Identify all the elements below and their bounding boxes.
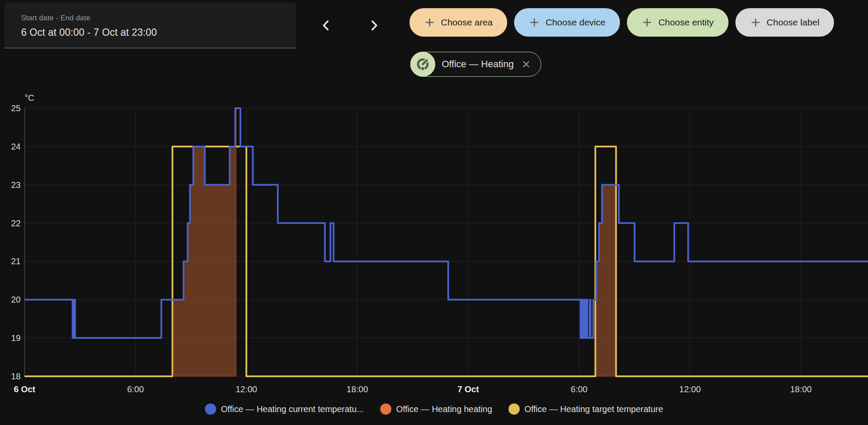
x-tick-label: 6 Oct (14, 384, 35, 394)
choose-device-label: Choose device (546, 17, 605, 28)
choose-label-button[interactable]: Choose label (735, 8, 834, 37)
plus-icon (424, 17, 435, 28)
date-range-field[interactable]: Start date - End date 6 Oct at 00:00 - 7… (4, 3, 296, 48)
choose-entity-label: Choose entity (658, 17, 713, 28)
choose-entity-button[interactable]: Choose entity (627, 8, 728, 37)
heating-on-area (597, 185, 615, 376)
x-tick-label: 6:00 (571, 384, 588, 394)
y-tick-label: 24 (11, 142, 21, 151)
legend-dot-target (508, 403, 520, 415)
plus-icon (642, 17, 653, 28)
entity-chip-label: Office — Heating (442, 59, 514, 70)
y-axis-unit: °C (25, 93, 34, 103)
x-tick-label: 18:00 (790, 384, 812, 394)
date-range-value: 6 Oct at 00:00 - 7 Oct at 23:00 (21, 27, 157, 38)
choose-area-button[interactable]: Choose area (409, 8, 507, 37)
plus-icon (750, 17, 761, 28)
legend-dot-heating (380, 403, 391, 415)
legend-item-target-temperature[interactable]: Office — Heating target temperature (508, 403, 663, 415)
x-tick-label: 12:00 (679, 384, 701, 394)
chevron-right-icon (367, 19, 381, 34)
filter-row: Choose area Choose device Choose entity … (409, 8, 834, 37)
legend-item-heating[interactable]: Office — Heating heating (380, 403, 492, 415)
next-period-button[interactable] (366, 17, 383, 34)
y-tick-label: 20 (11, 295, 21, 304)
previous-period-button[interactable] (317, 17, 335, 34)
y-tick-label: 22 (11, 219, 21, 228)
history-chart[interactable]: °C25242322212019186 Oct6:0012:0018:007 O… (0, 86, 868, 403)
x-tick-label: 7 Oct (457, 384, 479, 394)
x-tick-label: 6:00 (127, 384, 144, 394)
y-tick-label: 25 (11, 103, 21, 113)
close-icon[interactable] (521, 59, 531, 69)
choose-area-label: Choose area (441, 17, 493, 28)
y-tick-label: 18 (11, 372, 21, 381)
legend-item-current-temperature[interactable]: Office — Heating current temperatu... (205, 403, 364, 415)
legend-dot-current (205, 403, 216, 415)
chevron-left-icon (319, 19, 333, 34)
y-tick-label: 19 (11, 333, 21, 343)
y-tick-label: 23 (11, 180, 21, 190)
choose-device-button[interactable]: Choose device (514, 8, 620, 37)
x-tick-label: 18:00 (347, 384, 368, 394)
plus-icon (529, 17, 540, 28)
y-tick-label: 21 (11, 256, 21, 266)
choose-label-label: Choose label (767, 17, 820, 28)
history-page: Start date - End date 6 Oct at 00:00 - 7… (0, 0, 868, 425)
entity-chip-office-heating[interactable]: Office — Heating (410, 52, 541, 77)
date-range-label: Start date - End date (21, 14, 90, 22)
chart-legend: Office — Heating current temperatu... Of… (0, 403, 868, 415)
thermostat-icon (410, 52, 435, 77)
x-tick-label: 12:00 (236, 384, 257, 394)
